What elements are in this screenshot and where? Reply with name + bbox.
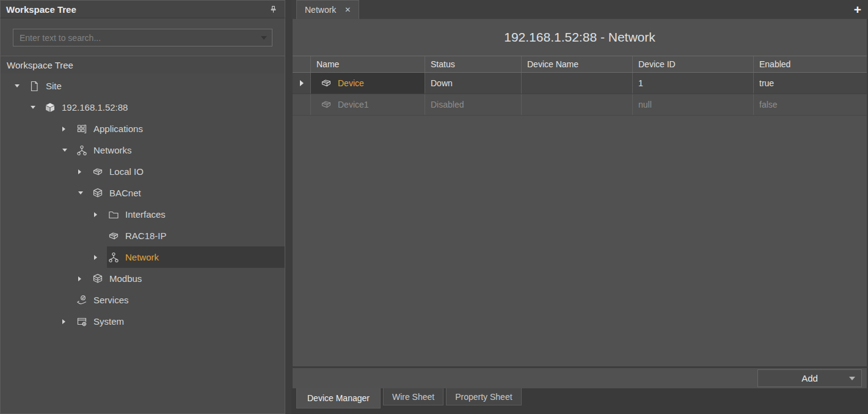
pin-icon[interactable] (267, 3, 279, 15)
add-button-label: Add (801, 373, 818, 383)
document-panel: Network ✕ + 192.168.1.52:88 - Network Na… (291, 0, 868, 414)
table-empty-area (293, 116, 867, 366)
device-table-row-device1[interactable]: Device1 Disabled null false (293, 94, 867, 116)
workspace-tree: Site 192.168.1.52:88 Applications Networ… (1, 73, 285, 413)
tree-item-system[interactable]: System (1, 311, 285, 332)
expander-icon[interactable] (59, 311, 75, 332)
expander-icon[interactable] (12, 75, 27, 97)
tree-item-192-168-1-52-88[interactable]: 192.168.1.52:88 (1, 97, 285, 118)
device-table-rows: Device Down 1 true Device1 Disabled null… (293, 73, 867, 116)
tree-section-header: Workspace Tree (1, 56, 285, 73)
expander-icon[interactable] (59, 139, 75, 161)
close-tab-icon[interactable]: ✕ (345, 6, 351, 14)
document-tabbar: Network ✕ + (291, 0, 868, 19)
tree-item-local-io[interactable]: Local IO (1, 161, 285, 182)
column-header-enabled[interactable]: Enabled (754, 56, 867, 72)
cell-device-id[interactable]: null (633, 94, 754, 115)
tree-item-bacnet[interactable]: BACnet (1, 182, 285, 204)
tree-item-site[interactable]: Site (1, 75, 285, 97)
search-input[interactable] (13, 33, 256, 43)
view-tab-device-manager[interactable]: Device Manager (296, 388, 381, 408)
view-tab-property-sheet[interactable]: Property Sheet (446, 388, 521, 405)
tab-label: Network (305, 5, 336, 15)
cell-name[interactable]: Device1 (311, 94, 425, 115)
cell-status[interactable]: Disabled (425, 94, 522, 115)
new-tab-icon[interactable]: + (854, 0, 861, 19)
cell-name[interactable]: Device (311, 73, 425, 94)
panel-title: Workspace Tree (6, 4, 267, 15)
expander-icon[interactable] (27, 97, 43, 118)
cell-status[interactable]: Down (425, 73, 522, 94)
page-icon (27, 79, 41, 93)
workspace-tree-panel-header: Workspace Tree (0, 0, 285, 18)
box-icon (91, 165, 104, 179)
search-area (1, 18, 285, 56)
column-header-name[interactable]: Name (311, 56, 425, 72)
tree-item-services[interactable]: Services (1, 289, 285, 311)
stack-icon (91, 187, 104, 200)
box-icon (319, 76, 333, 90)
stack-icon (91, 272, 104, 286)
cell-enabled[interactable]: true (754, 73, 867, 94)
add-dropdown-icon[interactable] (849, 377, 855, 380)
selected-row-arrow-icon (300, 80, 304, 86)
add-strip: Add (293, 366, 867, 388)
search-box (13, 29, 272, 46)
expander-icon[interactable] (75, 161, 91, 182)
network-icon (107, 251, 120, 264)
column-header-status[interactable]: Status (425, 56, 522, 72)
tree-item-networks[interactable]: Networks (1, 139, 285, 161)
cell-enabled[interactable]: false (754, 94, 867, 115)
expander-icon (59, 289, 75, 311)
cell-device-name[interactable] (522, 94, 633, 115)
services-icon (75, 294, 89, 307)
expander-icon[interactable] (59, 118, 75, 139)
cell-device-id[interactable]: 1 (633, 73, 754, 94)
column-header-device-id[interactable]: Device ID (633, 56, 754, 72)
box-icon (319, 98, 333, 111)
expander-icon[interactable] (75, 182, 91, 204)
tree-item-interfaces[interactable]: Interfaces (1, 204, 285, 225)
network-icon (75, 144, 89, 157)
application-window: Workspace Tree Workspace Tree (0, 0, 868, 414)
view-title: 192.168.1.52:88 - Network (293, 19, 867, 56)
workspace-tree-body: Workspace Tree Site 192.168.1.52:88 Appl… (0, 18, 285, 414)
device-box-icon (43, 101, 57, 114)
box-icon (107, 229, 120, 243)
device-manager-view: 192.168.1.52:88 - Network NameStatusDevi… (293, 19, 867, 388)
tree-item-rac18-ip[interactable]: RAC18-IP (1, 225, 285, 246)
view-tab-wire-sheet[interactable]: Wire Sheet (383, 388, 443, 405)
view-tabbar: Device ManagerWire SheetProperty Sheet (291, 388, 868, 414)
column-header-device-name[interactable]: Device Name (522, 56, 633, 72)
row-indicator-cell (293, 94, 311, 115)
panel-splitter[interactable] (285, 0, 291, 414)
workspace-tree-panel: Workspace Tree Workspace Tree (0, 0, 285, 414)
header-gutter-cell (293, 56, 311, 72)
tree-section-title: Workspace Tree (7, 60, 73, 70)
row-indicator-cell (293, 73, 311, 94)
tree-item-applications[interactable]: Applications (1, 118, 285, 139)
device-table-header: NameStatusDevice NameDevice IDEnabled (293, 56, 867, 73)
device-table-row-device[interactable]: Device Down 1 true (293, 73, 867, 94)
expander-icon[interactable] (91, 246, 107, 268)
search-dropdown-icon[interactable] (256, 36, 272, 40)
folder-icon (107, 208, 120, 221)
tree-item-network[interactable]: Network (1, 246, 285, 268)
expander-icon[interactable] (91, 204, 107, 225)
add-button[interactable]: Add (757, 369, 862, 387)
system-icon (75, 315, 89, 328)
expander-icon[interactable] (75, 268, 91, 289)
expander-icon (91, 225, 107, 246)
cell-device-name[interactable] (522, 73, 633, 94)
applications-icon (75, 122, 89, 136)
tree-item-modbus[interactable]: Modbus (1, 268, 285, 289)
tab-network[interactable]: Network ✕ (296, 0, 359, 19)
